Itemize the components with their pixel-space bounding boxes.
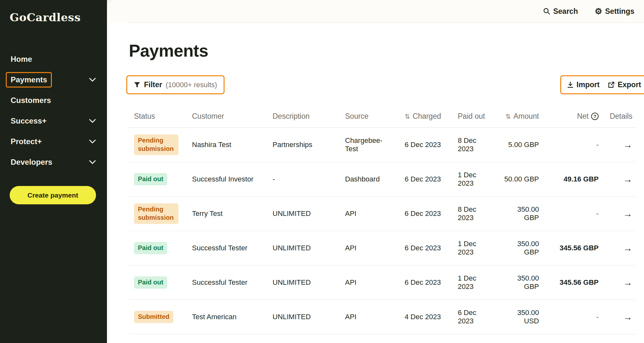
- net-cell: -: [543, 209, 602, 218]
- paid-out-cell: 8 Dec 2023: [453, 136, 496, 153]
- paid-out-cell: 8 Dec 2023: [453, 205, 496, 222]
- settings-button[interactable]: ⚙ Settings: [595, 7, 634, 16]
- table-row[interactable]: Submitted Test American UNLIMITED API 4 …: [129, 300, 636, 334]
- paid-out-cell: 6 Dec 2023: [453, 309, 496, 325]
- search-button[interactable]: Search: [543, 7, 578, 16]
- sidebar-item-label: Success+: [6, 113, 51, 129]
- column-header-amount[interactable]: ⇅ Amount: [496, 112, 543, 121]
- table-row[interactable]: Pending submission Nashira Test Partners…: [129, 128, 636, 162]
- amount-cell: 350.00 GBP: [496, 205, 543, 222]
- chevron-down-icon: [89, 160, 96, 164]
- chevron-down-icon: [89, 119, 96, 123]
- description-cell: -: [267, 175, 340, 183]
- sidebar-item-home[interactable]: Home: [0, 49, 107, 70]
- sort-icon[interactable]: ⇅: [505, 113, 511, 120]
- charged-cell: 6 Dec 2023: [399, 209, 453, 218]
- source-cell: API: [340, 244, 399, 252]
- details-arrow-icon[interactable]: →: [623, 243, 632, 254]
- table-header: Status Customer Description Source ⇅ Cha…: [129, 105, 636, 128]
- source-cell: API: [340, 209, 399, 218]
- chevron-down-icon: [89, 139, 96, 144]
- import-label: Import: [577, 80, 600, 89]
- export-label: Export: [618, 80, 641, 89]
- filter-button[interactable]: Filter (10000+ results): [126, 75, 225, 94]
- source-cell: Dashboard: [340, 175, 399, 183]
- table-row[interactable]: Paid out Successful Tester UNLIMITED API…: [129, 265, 636, 300]
- details-arrow-icon[interactable]: →: [623, 174, 632, 185]
- amount-cell: 350.00 GBP: [496, 240, 543, 256]
- filter-label: Filter: [144, 80, 162, 89]
- import-icon: [567, 81, 574, 88]
- sidebar-item-label: Developers: [6, 154, 57, 170]
- details-arrow-icon[interactable]: →: [623, 277, 632, 288]
- column-header-status: Status: [129, 112, 187, 121]
- column-header-charged[interactable]: ⇅ Charged: [399, 112, 453, 121]
- create-payment-button[interactable]: Create payment: [10, 186, 96, 204]
- charged-cell: 4 Dec 2023: [399, 313, 453, 321]
- net-cell: 49.16 GBP: [543, 175, 602, 183]
- description-cell: UNLIMITED: [267, 278, 340, 287]
- status-badge: Paid out: [134, 173, 167, 185]
- topbar-divider: [129, 23, 644, 23]
- customer-cell: Successful Tester: [187, 278, 267, 287]
- amount-cell: 5.00 GBP: [496, 141, 543, 149]
- column-header-description: Description: [267, 112, 340, 121]
- paid-out-cell: 1 Dec 2023: [453, 240, 496, 256]
- details-arrow-icon[interactable]: →: [623, 312, 632, 322]
- sidebar-item-label: Customers: [6, 93, 56, 108]
- net-cell: -: [543, 141, 602, 149]
- paid-out-cell: 1 Dec 2023: [453, 171, 496, 188]
- description-cell: Partnerships: [267, 141, 340, 149]
- table-row[interactable]: Paid out Successful Investor - Dashboard…: [129, 162, 636, 197]
- sidebar-item-customers[interactable]: Customers: [0, 90, 107, 111]
- description-cell: UNLIMITED: [267, 209, 340, 218]
- sidebar-item-label: Protect+: [6, 134, 47, 149]
- sidebar: GoCardless Home Payments Customers Succe…: [0, 0, 107, 343]
- sidebar-item-protect[interactable]: Protect+: [0, 131, 107, 152]
- description-cell: UNLIMITED: [267, 313, 340, 321]
- filter-icon: [134, 82, 140, 88]
- customer-cell: Nashira Test: [187, 141, 267, 149]
- sidebar-nav: Home Payments Customers Success+ Protect…: [0, 49, 107, 172]
- page-title: Payments: [129, 41, 644, 60]
- sidebar-item-label: Payments: [6, 72, 52, 88]
- column-header-net: Net ?: [543, 112, 602, 121]
- payments-table: Status Customer Description Source ⇅ Cha…: [129, 105, 636, 334]
- details-arrow-icon[interactable]: →: [623, 209, 632, 219]
- table-row[interactable]: Pending submission Terry Test UNLIMITED …: [129, 197, 636, 231]
- sidebar-item-developers[interactable]: Developers: [0, 152, 107, 172]
- sidebar-item-success[interactable]: Success+: [0, 111, 107, 131]
- amount-cell: 350.00 GBP: [496, 274, 543, 291]
- details-arrow-icon[interactable]: →: [623, 140, 632, 150]
- source-cell: API: [340, 278, 399, 287]
- net-help-icon[interactable]: ?: [591, 113, 599, 120]
- customer-cell: Successful Investor: [187, 175, 267, 183]
- status-badge: Submitted: [134, 311, 173, 323]
- gear-icon: ⚙: [595, 7, 602, 15]
- column-header-source: Source: [340, 112, 399, 121]
- charged-cell: 6 Dec 2023: [399, 175, 453, 183]
- toolbar: Filter (10000+ results) Import Export: [107, 75, 644, 94]
- net-cell: -: [543, 313, 602, 321]
- settings-label: Settings: [605, 7, 634, 16]
- app: GoCardless Home Payments Customers Succe…: [0, 0, 644, 343]
- net-cell: 345.56 GBP: [543, 244, 602, 252]
- source-cell: Chargebee-Test: [340, 136, 399, 153]
- source-cell: API: [340, 313, 399, 321]
- table-body: Pending submission Nashira Test Partners…: [129, 128, 636, 334]
- search-icon: [543, 8, 550, 15]
- status-badge: Paid out: [134, 242, 167, 254]
- export-icon: [608, 81, 615, 88]
- sidebar-item-label: Home: [6, 51, 37, 67]
- column-header-details: Details: [602, 112, 636, 121]
- main-panel: Search ⚙ Settings Payments Filter (10000…: [107, 0, 644, 343]
- sidebar-item-payments[interactable]: Payments: [0, 70, 107, 90]
- chevron-down-icon: [89, 78, 96, 82]
- export-button[interactable]: Export: [608, 80, 641, 89]
- topbar: Search ⚙ Settings: [107, 0, 644, 23]
- table-row[interactable]: Paid out Successful Tester UNLIMITED API…: [129, 231, 636, 265]
- description-cell: UNLIMITED: [267, 244, 340, 252]
- import-button[interactable]: Import: [567, 80, 600, 89]
- sort-icon[interactable]: ⇅: [405, 113, 410, 120]
- filter-results-count: (10000+ results): [166, 81, 217, 89]
